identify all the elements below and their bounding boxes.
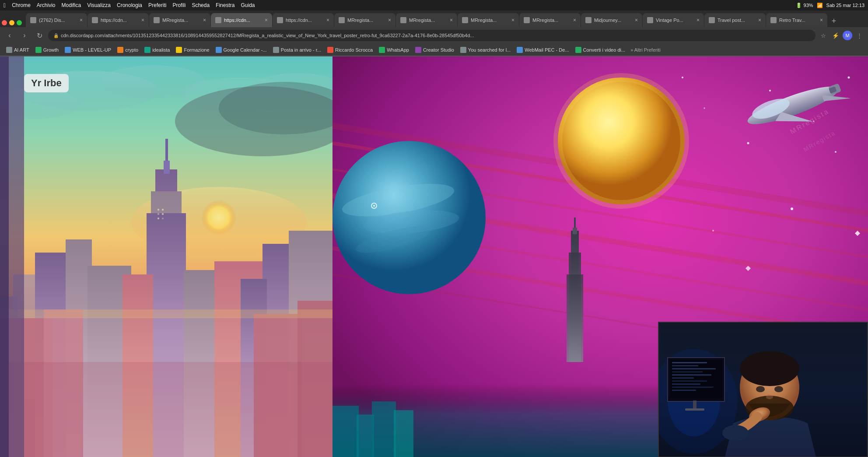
- back-button[interactable]: ‹: [4, 29, 16, 42]
- tab-close-mregista3[interactable]: ×: [203, 17, 206, 23]
- left-image-nyc[interactable]: Yr Irbe: [0, 56, 332, 457]
- tab-title-mr6: MRregista...: [347, 18, 385, 23]
- tab-title-discord: (2762) Dis...: [39, 18, 77, 23]
- bookmark-label-riccardo: Riccardo Scrocca: [335, 47, 373, 53]
- tab-title-retro: Retro Trav...: [779, 18, 817, 23]
- tab-close-cdn4[interactable]: ×: [265, 17, 268, 23]
- svg-point-47: [747, 142, 749, 144]
- tab-mregista3[interactable]: MRregista... ×: [149, 13, 210, 27]
- tab-mregista8[interactable]: MRregista... ×: [458, 13, 519, 27]
- profile-icon[interactable]: M: [843, 31, 852, 40]
- tab-bar: (2762) Dis... × https://cdn... × MRregis…: [0, 11, 868, 27]
- bookmark-converti[interactable]: Converti i video di...: [573, 45, 628, 55]
- tab-close-retro[interactable]: ×: [820, 17, 823, 23]
- tab-close-cdn2[interactable]: ×: [141, 17, 144, 23]
- tab-close-travel[interactable]: ×: [758, 17, 761, 23]
- bookmark-ai-art[interactable]: AI ART: [4, 45, 32, 55]
- tab-title-cdn5: https://cdn...: [286, 18, 324, 23]
- ssl-lock-icon: 🔒: [53, 33, 59, 38]
- bookmark-icon-creator: [415, 47, 421, 53]
- chrome-menu-icon[interactable]: ⋮: [854, 30, 864, 41]
- reload-button[interactable]: ↻: [33, 29, 46, 42]
- right-image-space[interactable]: MRregista MRregista: [332, 56, 868, 457]
- window-close-button[interactable]: [2, 20, 7, 25]
- svg-rect-105: [672, 380, 707, 382]
- svg-rect-99: [672, 362, 707, 363]
- bookmark-label-crypto: crypto: [125, 47, 138, 53]
- bookmark-formazione[interactable]: Formazione: [173, 45, 212, 55]
- menu-modifica[interactable]: Modifica: [62, 2, 81, 8]
- bookmark-star-icon[interactable]: ☆: [818, 30, 829, 41]
- bookmark-creator[interactable]: Creator Studio: [413, 45, 457, 55]
- bookmark-idealista[interactable]: idealista: [142, 45, 172, 55]
- menu-preferiti[interactable]: Preferiti: [148, 2, 166, 8]
- svg-rect-35: [162, 213, 164, 215]
- tab-retro[interactable]: Retro Trav... ×: [766, 13, 827, 27]
- tab-close-cdn5[interactable]: ×: [326, 17, 329, 23]
- menu-finestra[interactable]: Finestra: [216, 2, 234, 8]
- svg-rect-106: [672, 383, 700, 385]
- url-text: cdn.discordapp.com/attachments/101351233…: [61, 33, 474, 38]
- menu-guida[interactable]: Guida: [241, 2, 255, 8]
- tab-mregista6[interactable]: MRregista... ×: [334, 13, 396, 27]
- bookmark-posta[interactable]: Posta in arrivo - r...: [270, 45, 324, 55]
- window-maximize-button[interactable]: [17, 20, 22, 25]
- bookmark-riccardo[interactable]: Riccardo Scrocca: [325, 45, 375, 55]
- tab-close-mr7[interactable]: ×: [450, 17, 453, 23]
- tab-title-travel: Travel post...: [718, 18, 756, 23]
- tab-favicon-mr8: [462, 17, 468, 23]
- tab-close-mr6[interactable]: ×: [388, 17, 391, 23]
- forward-button[interactable]: ›: [18, 29, 31, 42]
- menu-chrome[interactable]: Chrome: [12, 2, 31, 8]
- menu-profili[interactable]: Profili: [172, 2, 186, 8]
- bookmark-gcal[interactable]: Google Calendar -...: [213, 45, 270, 55]
- svg-point-117: [774, 386, 783, 392]
- svg-rect-34: [158, 213, 159, 215]
- bookmark-webmail[interactable]: WebMail PEC - De...: [514, 45, 571, 55]
- menu-cronologia[interactable]: Cronologia: [117, 2, 142, 8]
- bookmark-label-ai-art: AI ART: [14, 47, 29, 53]
- bookmark-icon-webmail: [517, 47, 523, 53]
- menu-scheda[interactable]: Scheda: [192, 2, 210, 8]
- bookmarks-overflow[interactable]: » Altri Preferiti: [629, 47, 662, 53]
- bookmark-label-formazione: Formazione: [184, 47, 209, 53]
- new-tab-button[interactable]: +: [828, 15, 840, 27]
- tab-cdn2[interactable]: https://cdn... ×: [88, 13, 149, 27]
- tab-midjourney[interactable]: Midjourney... ×: [581, 13, 642, 27]
- address-bar[interactable]: 🔒 cdn.discordapp.com/attachments/1013512…: [48, 30, 816, 41]
- extensions-icon[interactable]: ⚡: [830, 30, 841, 41]
- tab-close-vintage[interactable]: ×: [696, 17, 700, 23]
- tab-close-mr9[interactable]: ×: [573, 17, 576, 23]
- bookmark-growth[interactable]: Growth: [33, 45, 61, 55]
- bookmark-icon-crypto: [117, 47, 123, 53]
- tab-vintage[interactable]: Vintage Po... ×: [643, 13, 704, 27]
- username-text: Yr Irbe: [31, 77, 62, 88]
- tab-cdn5[interactable]: https://cdn... ×: [273, 13, 334, 27]
- tab-title-cdn2: https://cdn...: [101, 18, 139, 23]
- window-minimize-button[interactable]: [9, 20, 14, 25]
- tab-discord[interactable]: (2762) Dis... ×: [26, 13, 87, 27]
- webcam-person: [659, 323, 867, 457]
- tab-close-discord[interactable]: ×: [80, 17, 83, 23]
- apple-menu[interactable]: : [4, 2, 6, 9]
- bookmark-icon-formazione: [176, 47, 182, 53]
- bookmark-crypto[interactable]: crypto: [115, 45, 141, 55]
- tab-close-midjourney[interactable]: ×: [635, 17, 638, 23]
- tab-cdn4-active[interactable]: https://cdn... ×: [211, 13, 272, 27]
- bookmark-web[interactable]: WEB - LEVEL-UP: [62, 45, 114, 55]
- wifi-icon: 📶: [817, 3, 823, 8]
- tab-mregista9[interactable]: MRregista... ×: [519, 13, 581, 27]
- tab-mregista7[interactable]: MRregista... ×: [396, 13, 457, 27]
- svg-rect-22: [164, 161, 170, 174]
- menu-archivio[interactable]: Archivio: [37, 2, 56, 8]
- tab-close-mr8[interactable]: ×: [511, 17, 514, 23]
- bookmark-icon-posta: [273, 47, 279, 53]
- bookmark-icon-searched: [460, 47, 466, 53]
- bookmark-whatsapp[interactable]: WhatsApp: [376, 45, 412, 55]
- bookmark-searched[interactable]: You searched for l...: [458, 45, 513, 55]
- tab-favicon-mr9: [524, 17, 530, 23]
- svg-rect-102: [672, 371, 703, 373]
- tab-travel[interactable]: Travel post... ×: [704, 13, 766, 27]
- svg-rect-83: [332, 406, 359, 457]
- menu-visualizza[interactable]: Visualizza: [87, 2, 111, 8]
